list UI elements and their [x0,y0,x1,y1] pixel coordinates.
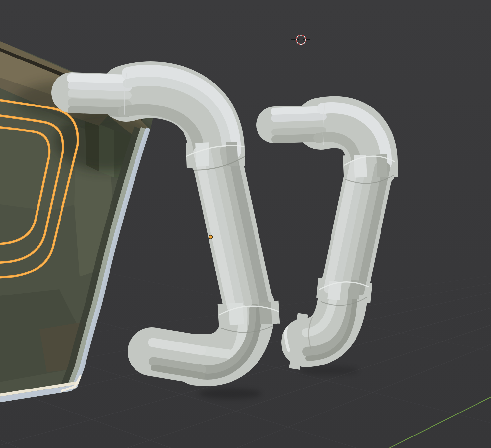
viewport-canvas[interactable] [0,0,491,448]
pipe-shading-band [72,103,127,105]
blender-3d-viewport[interactable] [0,0,491,448]
pipe-shading-band [72,93,128,95]
pipe-left-object[interactable] [33,39,296,408]
object-origin-dot[interactable] [209,235,213,239]
pipe-collar-shading [381,154,382,177]
origin-fill [209,236,212,239]
pipe-shading-band [72,78,128,80]
pipe-collar-shading [202,143,203,166]
pipe-shading-band [72,86,128,87]
pipe-collar-shading [235,303,237,325]
pipe-collar-shading [265,302,266,324]
